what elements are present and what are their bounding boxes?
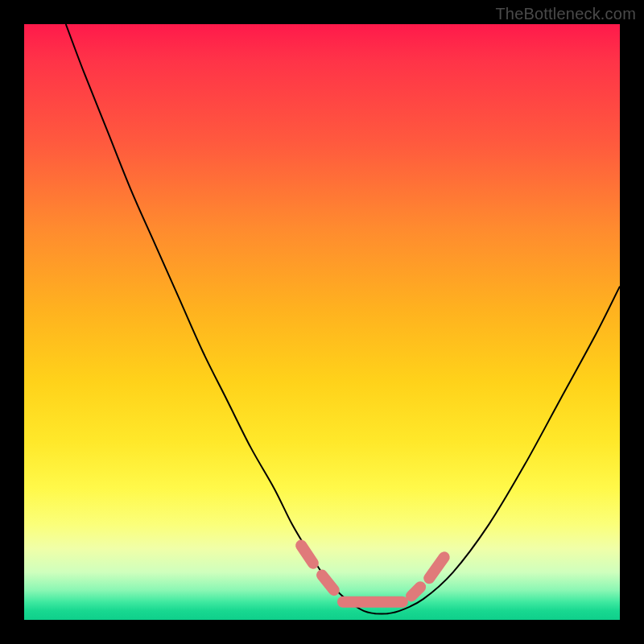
plot-area (24, 24, 620, 620)
chart-frame: TheBottleneck.com (0, 0, 644, 644)
marker-segment (322, 576, 334, 591)
marker-segment (301, 546, 313, 564)
marker-segment (429, 557, 444, 578)
chart-svg (24, 24, 620, 620)
bottleneck-curve (66, 24, 620, 614)
attribution-text: TheBottleneck.com (495, 5, 636, 23)
highlight-markers (301, 546, 444, 602)
marker-segment (411, 587, 420, 596)
